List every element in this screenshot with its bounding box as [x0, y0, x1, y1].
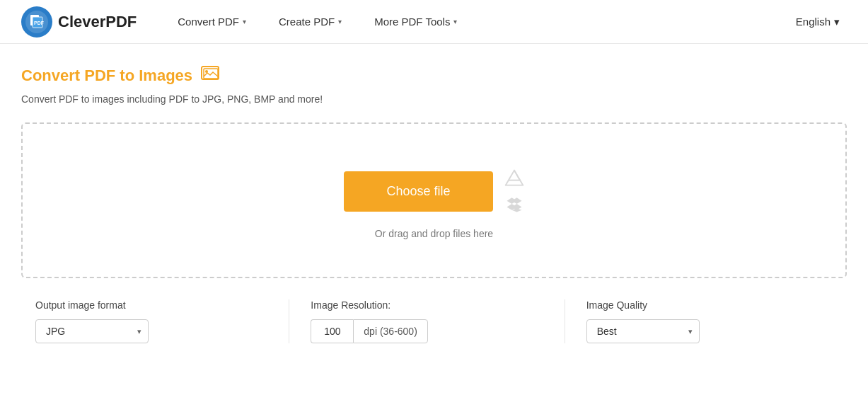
quality-label: Image Quality	[586, 299, 647, 311]
resolution-option-group: Image Resolution: dpi (36-600)	[289, 299, 564, 343]
nav-convert-pdf-chevron: ▾	[243, 18, 246, 25]
cloud-upload-icons	[504, 168, 524, 214]
resolution-input[interactable]	[311, 319, 353, 343]
main-content: Convert PDF to Images Convert PDF to ima…	[0, 44, 868, 357]
logo-icon: PDF	[21, 6, 52, 38]
nav-convert-pdf[interactable]: Convert PDF ▾	[165, 10, 259, 33]
language-chevron: ▾	[834, 16, 840, 28]
nav-more-tools-chevron: ▾	[453, 18, 457, 25]
drag-drop-label: Or drag and drop files here	[375, 228, 493, 239]
main-nav: Convert PDF ▾ Create PDF ▾ More PDF Tool…	[165, 10, 789, 33]
nav-more-tools[interactable]: More PDF Tools ▾	[361, 10, 470, 33]
upload-area[interactable]: Choose file Or drag and drop files	[21, 122, 847, 278]
svg-line-10	[514, 171, 520, 181]
nav-create-pdf[interactable]: Create PDF ▾	[266, 10, 354, 33]
logo[interactable]: PDF CleverPDF	[21, 6, 137, 38]
format-select-wrapper: JPG PNG BMP GIF TIFF ▾	[35, 319, 149, 343]
dropbox-icon	[504, 194, 524, 214]
format-option-group: Output image format JPG PNG BMP GIF TIFF…	[28, 299, 289, 343]
resolution-unit: dpi (36-600)	[353, 319, 428, 343]
language-label: English	[796, 16, 831, 28]
resolution-label: Image Resolution:	[311, 299, 390, 311]
quality-select[interactable]: Best High Medium Low	[586, 319, 700, 343]
svg-text:PDF: PDF	[34, 21, 45, 25]
page-description: Convert PDF to images including PDF to J…	[21, 93, 847, 105]
svg-marker-9	[505, 171, 523, 185]
choose-file-button[interactable]: Choose file	[344, 171, 492, 212]
resolution-row: dpi (36-600)	[311, 319, 428, 343]
nav-create-pdf-chevron: ▾	[338, 18, 342, 25]
page-icon	[201, 65, 221, 86]
quality-option-group: Image Quality Best High Medium Low ▾	[565, 299, 840, 343]
logo-text: CleverPDF	[58, 13, 137, 31]
language-selector[interactable]: English ▾	[789, 11, 847, 33]
format-select[interactable]: JPG PNG BMP GIF TIFF	[35, 319, 149, 343]
format-label: Output image format	[35, 299, 126, 311]
options-row: Output image format JPG PNG BMP GIF TIFF…	[21, 299, 847, 343]
quality-select-wrapper: Best High Medium Low ▾	[586, 319, 700, 343]
page-title: Convert PDF to Images	[21, 67, 192, 85]
google-drive-icon	[504, 168, 524, 188]
